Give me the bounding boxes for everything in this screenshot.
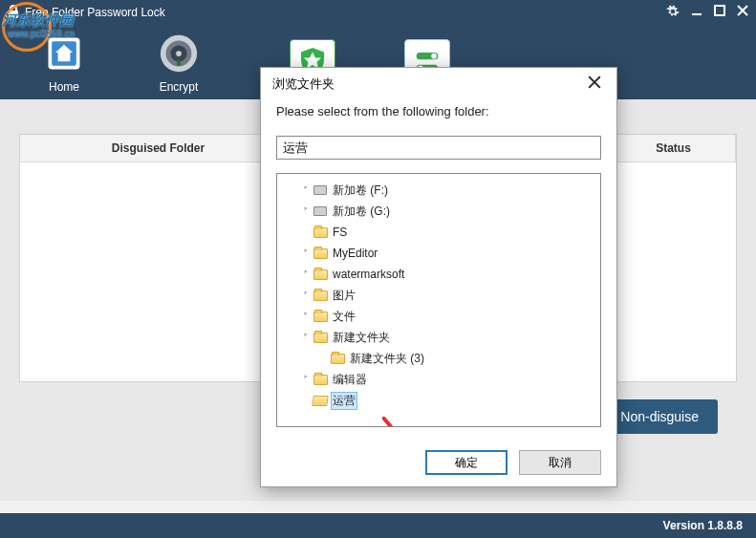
window-controls [666, 5, 748, 21]
svg-rect-8 [177, 60, 181, 66]
tree-item[interactable]: ˃文件 [281, 306, 596, 327]
toolbar-encrypt[interactable]: Encrypt [143, 31, 214, 94]
dialog-body: Please select from the following folder:… [261, 100, 616, 439]
folder-icon [329, 354, 346, 364]
tree-item-label: watermarksoft [331, 268, 406, 281]
tree-item-label: 编辑器 [331, 372, 369, 388]
svg-line-13 [382, 417, 487, 427]
tree-item[interactable]: ˃图片 [281, 285, 596, 306]
toolbar-home-label: Home [49, 80, 79, 94]
tree-item[interactable]: FS [281, 222, 596, 243]
chevron-icon[interactable]: ˃ [298, 185, 312, 196]
folder-tree[interactable]: ˃新加卷 (F:)˃新加卷 (G:)FS˃MyEditor˃watermarks… [276, 173, 601, 427]
tree-item[interactable]: ˃watermarksoft [281, 264, 596, 285]
svg-rect-1 [715, 6, 724, 15]
chevron-icon[interactable]: ˃ [298, 206, 312, 217]
tree-item[interactable]: ˃新建文件夹 [281, 327, 596, 348]
close-icon[interactable] [737, 5, 748, 21]
drive-icon [312, 185, 329, 195]
folder-icon [312, 269, 329, 280]
chevron-icon[interactable]: ˃ [298, 333, 312, 343]
lock-icon [8, 5, 19, 21]
chevron-icon[interactable]: ˃ [298, 291, 312, 301]
tree-item[interactable]: ˃新加卷 (F:) [281, 180, 596, 201]
col-status[interactable]: Status [612, 135, 736, 161]
version-label: Version 1.8.8.8 [663, 519, 743, 532]
tree-item[interactable]: ˃新加卷 (G:) [281, 201, 596, 222]
ok-button[interactable]: 确定 [425, 450, 508, 475]
tree-item[interactable]: 新建文件夹 (3) [281, 348, 596, 369]
title-bar: Free Folder Password Lock [0, 0, 756, 25]
tree-item[interactable]: ˃MyEditor [281, 243, 596, 264]
tree-item-label: MyEditor [331, 247, 379, 260]
drive-icon [312, 206, 329, 216]
window-title: Free Folder Password Lock [25, 6, 666, 19]
folder-open-icon [312, 396, 329, 406]
cancel-button[interactable]: 取消 [519, 450, 601, 475]
encrypt-icon [156, 31, 202, 76]
folder-icon [312, 291, 329, 301]
tree-item[interactable]: 运营 [281, 390, 596, 411]
tree-item-label: 运营 [331, 392, 357, 410]
dialog-titlebar: 浏览文件夹 [261, 68, 616, 100]
folder-icon [312, 375, 329, 385]
annotation-arrow [382, 417, 601, 427]
svg-rect-0 [692, 13, 702, 15]
tree-item-label: 新加卷 (F:) [331, 183, 390, 199]
home-icon [41, 31, 87, 76]
status-bar: Version 1.8.8.8 [0, 513, 756, 538]
tree-item-label: 新建文件夹 (3) [348, 351, 426, 367]
chevron-icon[interactable]: ˃ [298, 312, 312, 322]
tree-item[interactable]: ˃编辑器 [281, 369, 596, 390]
minimize-icon[interactable] [691, 5, 702, 21]
chevron-icon[interactable]: ˃ [298, 375, 312, 385]
settings-icon[interactable] [666, 5, 680, 21]
folder-icon [312, 248, 329, 259]
toolbar-encrypt-label: Encrypt [160, 80, 199, 94]
dialog-title: 浏览文件夹 [272, 75, 335, 93]
dialog-footer: 确定 取消 [261, 439, 616, 486]
tree-item-label: 图片 [331, 288, 357, 304]
tree-item-label: FS [331, 226, 349, 239]
non-disguise-button[interactable]: Non-disguise [601, 399, 718, 434]
chevron-icon[interactable]: ˃ [298, 269, 312, 280]
svg-point-10 [431, 54, 437, 59]
browse-folder-dialog: 浏览文件夹 Please select from the following f… [260, 67, 617, 487]
folder-icon [312, 312, 329, 322]
svg-point-7 [176, 51, 182, 56]
folder-icon [312, 227, 329, 238]
folder-icon [312, 333, 329, 343]
folder-name-input[interactable] [276, 136, 601, 160]
toolbar-home[interactable]: Home [29, 31, 99, 94]
dialog-prompt: Please select from the following folder: [276, 104, 601, 118]
tree-item-label: 文件 [331, 309, 357, 325]
chevron-icon[interactable]: ˃ [298, 248, 312, 259]
tree-item-label: 新建文件夹 [331, 330, 392, 346]
dialog-close-icon[interactable] [584, 75, 605, 93]
maximize-icon[interactable] [714, 5, 725, 21]
tree-item-label: 新加卷 (G:) [331, 204, 392, 220]
col-disguised-folder[interactable]: Disguised Folder [20, 135, 297, 161]
